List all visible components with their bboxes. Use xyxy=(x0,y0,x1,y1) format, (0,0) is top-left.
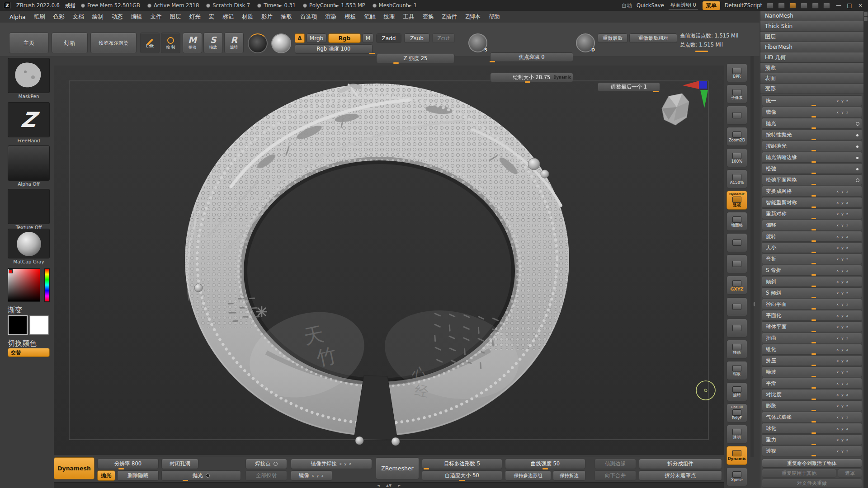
axis-toggles[interactable]: x y z xyxy=(836,280,849,284)
menu-item[interactable]: 色彩 xyxy=(49,13,69,21)
menu-item[interactable]: 标记 xyxy=(218,13,238,21)
axis-toggles[interactable]: x y z xyxy=(836,246,849,250)
hue-strip[interactable] xyxy=(44,268,50,302)
subpalette-header[interactable]: HD 几何 xyxy=(760,52,863,63)
menu-item[interactable]: 编辑 xyxy=(127,13,146,21)
canvas-scroll-strip[interactable]: ◄ ▲▼ ► xyxy=(54,482,724,488)
mirror-and-weld-button[interactable]: 镜像并焊接 x y z xyxy=(291,459,372,469)
mode-dot[interactable] xyxy=(856,178,859,182)
window-control-button[interactable]: × xyxy=(856,2,864,9)
axis-toggles[interactable]: x y z xyxy=(836,268,849,272)
axis-toggles[interactable]: x y z xyxy=(836,347,849,352)
polish-slider[interactable]: 抛光 xyxy=(161,470,241,481)
ui-opacity-slider[interactable]: 界面透明 0 xyxy=(669,1,698,9)
polish-mode-dot[interactable] xyxy=(206,474,210,478)
axis-toggles[interactable]: x y z xyxy=(312,474,325,478)
subpalette-header[interactable]: 预览 xyxy=(760,63,863,73)
focal-shift-slider[interactable]: 焦点衰减 0 xyxy=(490,52,573,62)
m-button[interactable]: M xyxy=(363,33,373,43)
axis-toggles[interactable]: x y z xyxy=(836,393,849,397)
deform-slider[interactable]: 气体式膨胀 x y z xyxy=(762,412,862,422)
adaptive-size-slider[interactable]: 自适应大小 50 xyxy=(422,470,502,481)
scroll-button[interactable] xyxy=(726,106,747,125)
orbit-button[interactable] xyxy=(726,297,747,316)
subpalette-header[interactable]: FiberMesh xyxy=(760,42,863,52)
split-parts-button[interactable]: 拆分成组件 xyxy=(639,459,722,469)
subpalette-header[interactable]: NanoMesh xyxy=(760,11,863,21)
axis-toggles[interactable]: x y z xyxy=(340,462,352,466)
stroke-picker-button[interactable]: S xyxy=(468,33,487,52)
floor-button[interactable]: 地面格 xyxy=(726,212,747,231)
mode-dot[interactable] xyxy=(856,134,859,136)
alpha-off-thumb[interactable] xyxy=(8,145,50,181)
menu-item[interactable]: 首选项 xyxy=(296,13,321,21)
detect-edges-button[interactable]: 侦测边缘 xyxy=(594,459,636,469)
draw-size-slider[interactable]: 绘制大小 28.75 Dynamic xyxy=(490,73,573,82)
axis-toggles[interactable]: x y z xyxy=(836,449,849,453)
repeat-to-other-button[interactable]: 重复应用于其他 xyxy=(762,469,836,478)
menu-item[interactable]: 纹理 xyxy=(380,13,399,21)
menu-item[interactable]: Z插件 xyxy=(438,13,462,21)
spix-button[interactable]: 子像素 xyxy=(726,84,747,103)
repeat-to-subtools-button[interactable]: 重复命令到激活子物体 xyxy=(762,459,862,468)
menu-item[interactable]: 笔刷 xyxy=(30,13,49,21)
quicksave-button[interactable]: QuickSave xyxy=(637,2,664,9)
deform-slider[interactable]: 挤压 x y z xyxy=(762,355,862,366)
current-material-button[interactable] xyxy=(271,33,291,53)
resolution-slider[interactable]: 分辨率 800 xyxy=(97,459,159,469)
zadd-button[interactable]: Zadd xyxy=(376,33,401,43)
deform-slider[interactable]: 锥化 x y z xyxy=(762,344,862,355)
menu-item[interactable]: 变换 xyxy=(419,13,438,21)
curve-strength-slider[interactable]: 曲线强度 50 xyxy=(505,459,585,469)
deform-slider[interactable]: 变换成网格 x y z xyxy=(762,186,862,197)
panel-scrollbar[interactable] xyxy=(863,11,868,488)
zcut-button[interactable]: Zcut xyxy=(432,33,455,43)
deform-slider[interactable]: 重新对称 x y z xyxy=(762,208,862,219)
deform-slider[interactable]: S 弯折 x y z xyxy=(762,265,862,276)
deform-slider[interactable]: 镜像 x y z xyxy=(762,107,862,117)
mode-dot[interactable] xyxy=(856,145,859,148)
ghost-button[interactable]: Dynamic xyxy=(726,446,747,465)
deform-slider[interactable]: 对比度 x y z xyxy=(762,389,862,400)
current-brush-button[interactable] xyxy=(248,33,268,53)
rgb-intensity-slider[interactable]: Rgb 强度 100 xyxy=(295,44,373,54)
layout-icon-5[interactable] xyxy=(812,3,819,9)
axis-toggles[interactable]: x y z xyxy=(836,110,849,114)
axis-toggles[interactable]: x y z xyxy=(836,438,849,442)
menu-item[interactable]: 渲染 xyxy=(321,13,341,21)
edit-button[interactable]: Edit xyxy=(140,33,160,53)
axis-toggles[interactable]: x y z xyxy=(836,257,849,261)
polyframe-button[interactable]: Line Fill PolyF xyxy=(726,404,747,422)
redo-last-relative-button[interactable]: 重做最后相对 xyxy=(629,33,677,43)
axis-toggles[interactable]: x y z xyxy=(836,201,849,205)
redo-last-button[interactable]: 重做最后 xyxy=(598,33,627,43)
subpalette-header[interactable]: Thick Skin xyxy=(760,21,863,32)
nav-scale-button[interactable]: 缩放 xyxy=(726,361,747,380)
deform-slider[interactable]: 平面化 x y z xyxy=(762,310,862,321)
rotate-button[interactable]: R 旋转 xyxy=(224,33,244,53)
bpr-button[interactable]: BPR xyxy=(726,63,747,82)
deform-slider[interactable]: 旋转 x y z xyxy=(762,231,862,242)
keep-creases-button[interactable]: 保持折边 xyxy=(553,470,585,481)
layout-icon-1[interactable] xyxy=(767,3,774,9)
axis-toggles[interactable]: x y z xyxy=(836,314,849,318)
matcap-thumb[interactable] xyxy=(8,229,50,258)
layout-icon-2[interactable] xyxy=(778,3,785,9)
axis-toggles[interactable]: x y z xyxy=(836,370,849,374)
subpalette-header[interactable]: 表面 xyxy=(760,73,863,84)
axis-toggles[interactable]: x y z xyxy=(836,291,849,295)
lsym-button[interactable] xyxy=(726,233,747,252)
preview-boolean-button[interactable]: 预览布尔渲染 xyxy=(90,33,137,53)
mode-dot[interactable] xyxy=(856,157,859,159)
axis-toggles[interactable]: x y z xyxy=(836,325,849,329)
mode-dot[interactable] xyxy=(856,122,859,126)
dynamesh-button[interactable]: Dynamesh xyxy=(54,457,94,479)
maskpen-thumb[interactable] xyxy=(8,58,50,93)
axis-toggles[interactable]: x y z xyxy=(836,336,849,340)
close-holes-button[interactable]: 封闭孔洞 xyxy=(161,459,198,469)
rgb-button[interactable]: Rgb xyxy=(328,33,361,43)
deform-slider[interactable]: 偏移 x y z xyxy=(762,220,862,230)
deform-slider[interactable]: 倾斜 x y z xyxy=(762,276,862,287)
deform-slider[interactable]: 膨胀 x y z xyxy=(762,400,862,411)
deform-slider[interactable]: 统一 x y z xyxy=(762,95,862,106)
